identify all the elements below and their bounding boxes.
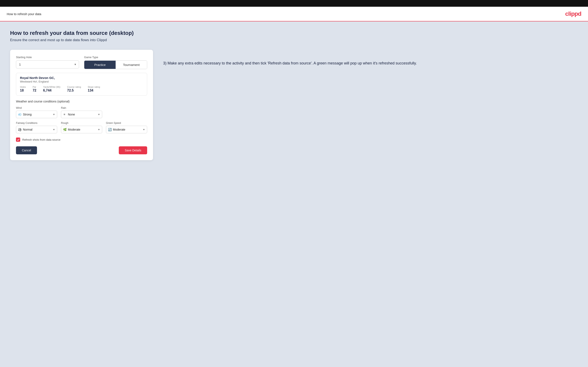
fairway-row: Fairway Conditions ⚽ Normal ▼ Rough 🌿 — [16, 122, 147, 133]
checkbox-checked[interactable] — [16, 138, 20, 142]
fairway-select-wrapper: ⚽ Normal ▼ — [16, 126, 57, 133]
game-type-buttons: Practice Tournament — [84, 60, 147, 69]
slope-rating-stat: Slope rating 134 — [88, 86, 100, 92]
starting-hole-col: Starting Hole 1 ▼ — [16, 56, 79, 69]
slope-rating-label: Slope rating — [88, 86, 100, 88]
logo: clippd — [565, 10, 581, 17]
holes-stat: Holes 18 — [20, 86, 26, 92]
course-name: Royal North Devon GC, — [20, 76, 143, 80]
tournament-button[interactable]: Tournament — [116, 61, 147, 69]
holes-label: Holes — [20, 86, 26, 88]
course-rating-label: Course rating — [67, 86, 81, 88]
rain-select[interactable]: None — [61, 111, 102, 118]
top-form-row: Starting Hole 1 ▼ Game Type Practice Tou… — [16, 56, 147, 69]
cancel-button[interactable]: Cancel — [16, 146, 37, 154]
starting-hole-label: Starting Hole — [16, 56, 79, 59]
rain-col: Rain ☀ None ▼ — [61, 107, 102, 118]
main-content: How to refresh your data from source (de… — [0, 21, 588, 367]
fairway-col: Fairway Conditions ⚽ Normal ▼ — [16, 122, 57, 133]
refresh-label: Refresh shots from data source — [22, 138, 60, 141]
game-type-label: Game Type — [84, 56, 147, 59]
header-title: How to refresh your data — [7, 12, 41, 16]
course-location: Westward Ho!, England — [20, 80, 143, 83]
par-value: 72 — [33, 89, 36, 92]
starting-hole-wrapper: 1 ▼ — [16, 60, 79, 68]
checkmark-icon — [17, 138, 19, 141]
rough-label: Rough — [61, 122, 102, 125]
form-card: Starting Hole 1 ▼ Game Type Practice Tou… — [10, 50, 153, 160]
button-row: Cancel Save Details — [16, 146, 147, 154]
course-rating-stat: Course rating 72.5 — [67, 86, 81, 92]
holes-value: 18 — [20, 89, 26, 92]
fairway-label: Fairway Conditions — [16, 122, 57, 125]
par-label: Par — [33, 86, 36, 88]
header: How to refresh your data clippd — [0, 7, 588, 21]
green-speed-select[interactable]: Moderate — [106, 126, 147, 133]
green-speed-select-wrapper: 🔄 Moderate ▼ — [106, 126, 147, 133]
wind-rain-row: Wind 💨 Strong ▼ Rain ☀ — [16, 107, 147, 118]
save-button[interactable]: Save Details — [119, 146, 147, 154]
practice-button[interactable]: Practice — [84, 61, 116, 69]
slope-rating-value: 134 — [88, 89, 100, 92]
conditions-title: Weather and course conditions (optional) — [16, 100, 147, 103]
rain-label: Rain — [61, 107, 102, 109]
course-stats: Holes 18 Par 72 Yards/White (M)) 6,744 C… — [20, 86, 143, 92]
wind-select-wrapper: 💨 Strong ▼ — [16, 111, 57, 118]
green-speed-label: Green Speed — [106, 122, 147, 125]
green-speed-col: Green Speed 🔄 Moderate ▼ — [106, 122, 147, 133]
wind-col: Wind 💨 Strong ▼ — [16, 107, 57, 118]
yards-value: 6,744 — [43, 89, 60, 92]
refresh-checkbox-row: Refresh shots from data source — [16, 138, 147, 142]
rough-col: Rough 🌿 Moderate ▼ — [61, 122, 102, 133]
side-text: 3) Make any extra edits necessary to the… — [163, 50, 578, 66]
page-subtitle: Ensure the correct and most up to date d… — [10, 38, 578, 42]
wind-label: Wind — [16, 107, 57, 109]
side-description: 3) Make any extra edits necessary to the… — [163, 60, 578, 66]
yards-stat: Yards/White (M)) 6,744 — [43, 86, 60, 92]
fairway-select[interactable]: Normal — [16, 126, 57, 133]
top-bar — [0, 0, 588, 7]
par-stat: Par 72 — [33, 86, 36, 92]
course-info-box: Royal North Devon GC, Westward Ho!, Engl… — [16, 73, 147, 96]
game-type-col: Game Type Practice Tournament — [84, 56, 147, 69]
content-row: Starting Hole 1 ▼ Game Type Practice Tou… — [10, 50, 578, 160]
rough-select-wrapper: 🌿 Moderate ▼ — [61, 126, 102, 133]
wind-select[interactable]: Strong — [16, 111, 57, 118]
starting-hole-select[interactable]: 1 — [16, 60, 79, 68]
conditions-section: Weather and course conditions (optional)… — [16, 100, 147, 133]
page-title: How to refresh your data from source (de… — [10, 30, 578, 36]
rain-select-wrapper: ☀ None ▼ — [61, 111, 102, 118]
yards-label: Yards/White (M)) — [43, 86, 60, 88]
rough-select[interactable]: Moderate — [61, 126, 102, 133]
course-rating-value: 72.5 — [67, 89, 81, 92]
